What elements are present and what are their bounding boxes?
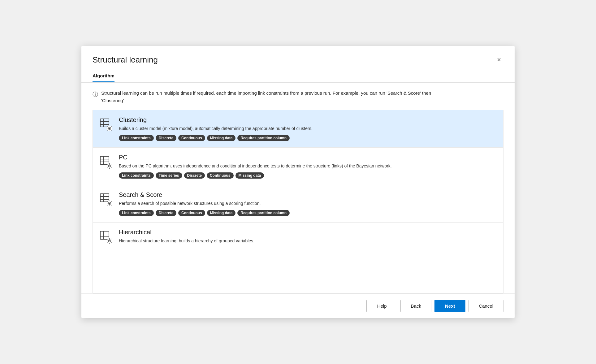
dialog-header: Structural learning × — [81, 46, 515, 70]
algo-content-3: HierarchicalHierarchical structure learn… — [119, 229, 496, 247]
svg-rect-45 — [100, 231, 109, 239]
algorithm-list-area: ClusteringBuilds a cluster model (mixtur… — [93, 110, 503, 293]
svg-line-14 — [108, 130, 108, 131]
dialog-footer: Help Back Next Cancel — [81, 293, 515, 318]
algo-desc-0: Builds a cluster model (mixture model), … — [119, 125, 496, 132]
algo-desc-1: Based on the PC algorithm, uses independ… — [119, 163, 496, 169]
svg-line-44 — [108, 205, 108, 206]
tag-continuous: Continuous — [178, 135, 205, 141]
structural-learning-dialog: Structural learning × Algorithm ⓘ Struct… — [81, 46, 515, 318]
svg-point-36 — [109, 203, 110, 204]
svg-line-58 — [111, 239, 112, 240]
algo-desc-3: Hierarchical structure learning, builds … — [119, 238, 496, 244]
dialog-title: Structural learning — [93, 55, 158, 65]
algorithm-item-pc[interactable]: PCBased on the PC algorithm, uses indepe… — [93, 148, 503, 185]
tag-link-constraints: Link constraints — [119, 210, 154, 216]
algorithm-item-search-and-score[interactable]: Search & ScorePerforms a search of possi… — [93, 185, 503, 223]
algo-tags-2: Link constraintsDiscreteContinuousMissin… — [119, 210, 496, 216]
algo-name-2: Search & Score — [119, 191, 496, 198]
svg-line-29 — [108, 167, 108, 168]
algo-icon-3 — [99, 230, 113, 244]
svg-line-59 — [108, 242, 108, 243]
tag-requires-partition-column: Requires partition column — [237, 135, 290, 141]
algo-icon-1 — [99, 155, 113, 169]
algo-tags-0: Link constraintsDiscreteContinuousMissin… — [119, 135, 496, 141]
help-button[interactable]: Help — [366, 300, 397, 312]
info-section: ⓘ Structural learning can be run multipl… — [81, 83, 453, 110]
tag-continuous: Continuous — [207, 172, 234, 179]
algo-content-1: PCBased on the PC algorithm, uses indepe… — [119, 154, 496, 179]
tag-missing-data: Missing data — [207, 210, 236, 216]
algo-name-3: Hierarchical — [119, 229, 496, 236]
svg-rect-0 — [100, 119, 109, 127]
tag-continuous: Continuous — [178, 210, 205, 216]
next-button[interactable]: Next — [434, 300, 465, 312]
algorithm-list-scroll[interactable]: ClusteringBuilds a cluster model (mixtur… — [93, 110, 503, 293]
svg-line-56 — [108, 239, 108, 240]
svg-line-27 — [111, 167, 112, 168]
tag-time-series: Time series — [156, 172, 182, 179]
algo-content-0: ClusteringBuilds a cluster model (mixtur… — [119, 116, 496, 141]
info-icon: ⓘ — [93, 90, 98, 99]
svg-line-43 — [111, 202, 112, 202]
tag-discrete: Discrete — [184, 172, 205, 179]
tag-discrete: Discrete — [156, 135, 176, 141]
cancel-button[interactable]: Cancel — [469, 300, 503, 312]
algo-desc-2: Performs a search of possible network st… — [119, 200, 496, 207]
algorithm-item-clustering[interactable]: ClusteringBuilds a cluster model (mixtur… — [93, 110, 503, 148]
algorithm-item-hierarchical[interactable]: HierarchicalHierarchical structure learn… — [93, 223, 503, 254]
svg-line-12 — [111, 130, 112, 131]
svg-line-42 — [111, 205, 112, 206]
svg-point-51 — [109, 240, 110, 241]
tag-link-constraints: Link constraints — [119, 172, 154, 179]
tag-discrete: Discrete — [156, 210, 176, 216]
svg-line-41 — [108, 202, 108, 202]
svg-line-57 — [111, 242, 112, 243]
tag-link-constraints: Link constraints — [119, 135, 154, 141]
algo-icon-2 — [99, 193, 113, 207]
back-button[interactable]: Back — [400, 300, 431, 312]
algo-name-1: PC — [119, 154, 496, 161]
info-text: Structural learning can be run multiple … — [101, 89, 442, 104]
svg-line-26 — [108, 164, 108, 165]
close-button[interactable]: × — [495, 54, 503, 65]
algo-name-0: Clustering — [119, 116, 496, 124]
tag-requires-partition-column: Requires partition column — [237, 210, 290, 216]
tag-missing-data: Missing data — [207, 135, 236, 141]
svg-point-21 — [109, 166, 110, 167]
algo-tags-1: Link constraintsTime seriesDiscreteConti… — [119, 172, 496, 179]
tab-bar: Algorithm — [81, 70, 515, 83]
algo-icon-0 — [99, 118, 113, 132]
svg-line-13 — [111, 127, 112, 127]
svg-line-28 — [111, 164, 112, 165]
svg-rect-30 — [100, 194, 109, 202]
tag-missing-data: Missing data — [235, 172, 264, 179]
algo-content-2: Search & ScorePerforms a search of possi… — [119, 191, 496, 216]
tab-algorithm[interactable]: Algorithm — [93, 70, 114, 82]
svg-line-11 — [108, 127, 108, 127]
svg-rect-15 — [100, 156, 109, 164]
svg-point-6 — [109, 128, 110, 129]
